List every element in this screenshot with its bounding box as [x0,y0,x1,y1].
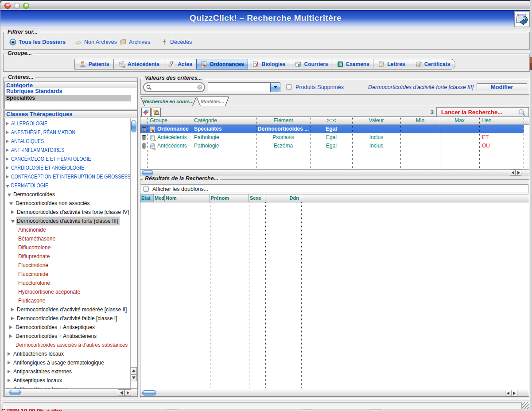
groupe-tab[interactable]: Actes [164,59,197,70]
disclosure-triangle-icon[interactable] [6,122,9,125]
criteria-col-operator[interactable]: >=< [311,117,352,124]
disclosure-triangle-icon[interactable] [8,379,11,382]
tab-modeles[interactable]: Modèles... [201,99,224,104]
tree-item[interactable]: Dermocorticoïdes + Antiseptiques [5,323,131,332]
criteria-row[interactable]: Antécédents Pathologie Eczéma Egal Inclu… [140,142,529,150]
disclosure-triangle-icon[interactable] [11,308,14,311]
results-column-header[interactable]: Ddn [265,194,301,202]
tree-item[interactable]: Diflucortolone [5,243,131,252]
criteria-row[interactable]: Antécédents Pathologie Psoriasis Egal In… [140,133,529,142]
disclosure-triangle-icon[interactable] [9,202,13,206]
tree-item[interactable]: Hydrocortisone acéponate [5,287,131,296]
tree-scroll-right-button[interactable] [124,389,131,396]
tree-item[interactable]: ANESTHÉSIE, RÉANIMATION [5,128,131,137]
groupe-tab[interactable]: Ordonnances [196,59,248,70]
tree-item[interactable]: Antiseptiques locaux [5,376,131,385]
classes-header[interactable]: Classes Thérapeutiques [4,110,137,117]
results-column-header[interactable]: Prénom [210,194,249,202]
criteria-row[interactable]: Ordonnance Spécialités Dermocorticoïdes … [140,125,529,133]
disclosure-triangle-icon[interactable] [11,210,14,214]
tree-item[interactable]: Dermocorticoïdes [5,190,131,199]
disclosure-triangle-icon[interactable] [6,185,9,188]
results-column-header[interactable]: Etat [140,194,154,202]
disclosure-triangle-icon[interactable] [11,317,14,320]
criteria-scroll-right-button[interactable] [516,170,521,176]
disclosure-triangle-icon[interactable] [6,175,9,178]
tree-item[interactable]: Dermocorticoïdes d'activité forte [class… [5,217,131,225]
tree-item[interactable]: ANTALGIQUES [5,137,131,146]
tree-item[interactable]: Dermocorticoïdes associés à d'autres sub… [5,341,131,349]
disclosure-triangle-icon[interactable] [8,370,11,373]
tree-item[interactable]: Dermocorticoïdes + Antibactériens [5,332,131,341]
results-column-header[interactable]: Nom [165,194,210,202]
filter-option[interactable]: Décédés [161,38,192,46]
tree-hscrollbar-thumb[interactable] [9,390,21,395]
delete-row-button[interactable] [140,125,148,133]
tree-item[interactable]: Amcinonide [5,225,131,234]
criteria-col-groupe[interactable]: Groupe [148,117,192,124]
groupe-tab[interactable]: Courriers [290,59,333,70]
tree-item[interactable]: CANCÉROLOGIE ET HÉMATOLOGIE [5,155,131,163]
results-hscrollbar-thumb[interactable] [142,390,156,395]
tree-item[interactable]: Antiherpétiques locaux [5,385,131,389]
criteria-table-header[interactable]: Groupe Catégorie Elément >=< Valeur Min … [140,117,529,125]
tree-item[interactable]: ALLERGOLOGIE [5,119,131,128]
tree-item[interactable]: Fluoclorolone [5,279,131,287]
tree-item[interactable]: Dermocorticoïdes non associés [5,199,131,208]
disclosure-triangle-icon[interactable] [9,334,12,338]
tree-item[interactable]: Dermocorticoïdes d'activité très forte [… [5,208,131,217]
delete-row-button[interactable] [140,133,148,142]
afficher-doublons-checkbox[interactable] [143,186,149,192]
criteria-scroll-left-button[interactable] [510,170,516,176]
minimize-button[interactable] [14,3,20,9]
tree-scroll-down-button[interactable] [131,374,137,381]
tree-item[interactable]: Difluprednate [5,252,131,261]
tree-item[interactable]: Dermocorticoïdes d'activité faible [clas… [5,314,131,323]
launch-search-button[interactable]: Lancer la Recherche... [436,107,529,117]
category-list-item[interactable]: Spécialités [5,95,131,101]
disclosure-triangle-icon[interactable] [8,352,11,356]
disclosure-triangle-icon[interactable] [11,220,15,223]
results-column-header[interactable]: Sexe [249,194,265,202]
filter-option[interactable]: Non Archivés [75,38,117,46]
tree-vscrollbar-thumb[interactable] [131,120,136,132]
tree-item[interactable]: CARDIOLOGIE ET ANGÉIOLOGIE [5,163,131,172]
filter-option[interactable]: Archivés [120,38,150,46]
disclosure-triangle-icon[interactable] [6,140,9,143]
disclosure-triangle-icon[interactable] [6,148,9,152]
modify-button[interactable]: Modifier [477,83,527,91]
clear-criteria-button[interactable] [141,108,151,117]
groupe-tab[interactable]: Examens [333,59,373,70]
tab-recherche-en-cours[interactable]: Recherche en cours... [143,99,194,104]
groupe-tab[interactable]: Antécédents [113,59,164,70]
disclosure-triangle-icon[interactable] [6,131,9,134]
results-hscrollbar[interactable] [140,389,529,396]
delete-row-button[interactable] [140,142,148,150]
disclosure-triangle-icon[interactable] [8,194,11,197]
tree-item[interactable]: DERMATOLOGIE [5,181,131,190]
tree-item[interactable]: Fluocinolone [5,261,131,270]
tree-scroll-up-button[interactable] [131,367,137,374]
tree-item[interactable]: Antifongiques à usage dermatologique [5,358,131,367]
tree-item[interactable]: ANTI-INFLAMMATOIRES [5,146,131,155]
load-model-button[interactable] [151,108,161,117]
criteria-hscrollbar-thumb[interactable] [142,170,153,175]
tree-item[interactable]: Antibactériens locaux [5,349,131,358]
criteria-hscrollbar[interactable] [140,169,529,176]
results-column-header[interactable]: Med [154,194,165,202]
tree-hscrollbar[interactable] [4,389,137,396]
tree-item[interactable]: CONTRACEPTION ET INTERRUPTION DE GROSSES… [5,172,131,181]
criteria-col-min[interactable]: Min [400,117,440,124]
criteria-col-valeur[interactable]: Valeur [352,117,400,124]
close-button[interactable] [4,3,11,9]
resize-grip[interactable] [522,402,529,409]
tree-item[interactable]: Antiparasitaires externes [5,367,131,376]
groupe-tab[interactable]: Lettres [373,59,410,70]
filter-option[interactable]: Tous les Dossiers [9,38,66,46]
groupe-tab[interactable]: Biologies [248,59,290,70]
tree-item[interactable]: Fluticasone [5,296,131,305]
tree-vscrollbar-track[interactable] [130,118,137,388]
disclosure-triangle-icon[interactable] [6,166,9,170]
tree-item[interactable]: Bétaméthasone [5,234,131,243]
disclosure-triangle-icon[interactable] [8,361,11,364]
